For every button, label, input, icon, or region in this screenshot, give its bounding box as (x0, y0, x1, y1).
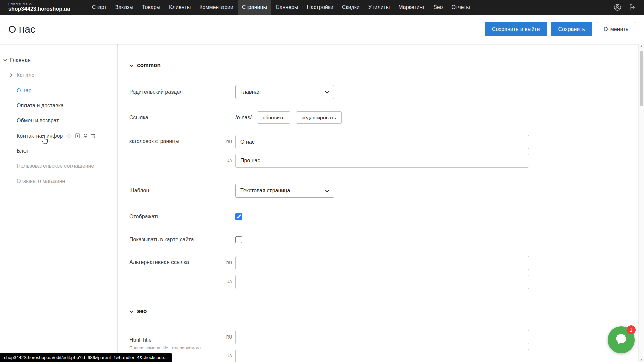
chevron-right-icon[interactable] (10, 73, 17, 77)
scrollbar-thumb[interactable] (640, 51, 643, 106)
html-title-ua-input[interactable] (235, 349, 529, 362)
save-exit-button[interactable]: Сохранить и выйти (485, 22, 547, 36)
chat-unread-badge: 1 (627, 325, 636, 334)
scroll-down-arrow-icon[interactable]: ▼ (640, 357, 643, 362)
sidebar-item-label: Обмен и возврат (17, 118, 59, 124)
page-title-ua-input[interactable] (235, 154, 529, 168)
status-url: shop34423.horoshop.ua/edit/edit.php?id=6… (0, 353, 172, 362)
sidebar-item-otzyvy[interactable]: Отзывы о магазине (0, 173, 117, 189)
menu-item-start[interactable]: Старт (88, 0, 111, 15)
menu-item-utilities[interactable]: Утилиты (364, 0, 394, 15)
chevron-down-icon[interactable] (3, 59, 10, 62)
sidebar-item-label: Контактная инфор (17, 133, 63, 139)
html-title-row: Html Title Полная замена title, генериру… (129, 330, 644, 362)
menu-item-discounts[interactable]: Скидки (338, 0, 364, 15)
sidebar-item-o-nas[interactable]: О нас (0, 83, 117, 98)
section-common[interactable]: common (129, 62, 644, 69)
alt-link-row: Альтернативная ссылка RU UA (129, 256, 644, 289)
page-title-inputs: RU UA (223, 135, 529, 168)
sidebar-item-label: Оплата и доставка (17, 103, 64, 109)
main-menu: Старт Заказы Товары Клиенты Комментарии … (88, 0, 475, 15)
page-title-label: заголовок страницы (129, 135, 223, 168)
header-actions: Сохранить и выйти Сохранить Отменить (485, 22, 636, 36)
chat-button[interactable]: 1 (608, 326, 635, 353)
sidebar-item-soglashenie[interactable]: Пользовательское соглашение (0, 158, 117, 173)
sitemap-label: Показывать в карте сайта (129, 237, 235, 243)
link-path: /o-nas/ (235, 115, 252, 121)
menu-item-reports[interactable]: Отчеты (447, 0, 475, 15)
menu-item-settings[interactable]: Настройки (302, 0, 337, 15)
sitemap-row: Показывать в карте сайта (129, 236, 644, 243)
link-edit-button[interactable]: редактировать (296, 111, 342, 124)
page-title: О нас (8, 23, 35, 35)
alt-link-inputs: RU UA (223, 256, 529, 289)
select-value: Главная (240, 89, 261, 95)
sidebar-item-glavnaya[interactable]: Главная (0, 53, 117, 68)
lang-tag-ua: UA (223, 158, 235, 163)
content-scrollbar[interactable]: ▲ ▼ (638, 44, 644, 362)
logout-icon[interactable] (629, 4, 636, 11)
sidebar-item-label: Отзывы о магазине (17, 178, 65, 184)
lang-tag-ru: RU (223, 335, 235, 340)
select-value: Текстовая страница (240, 188, 290, 194)
save-button[interactable]: Сохранить (551, 22, 592, 36)
sidebar-item-label: Пользовательское соглашение (17, 163, 94, 169)
cancel-button[interactable]: Отменить (596, 22, 636, 36)
html-title-hint: Полная замена title, генерируемого (129, 345, 223, 351)
sidebar-item-label: Каталог (17, 72, 36, 79)
settings-icon[interactable] (83, 133, 88, 138)
body: Главная Каталог О нас Оплата и доставка … (0, 44, 644, 362)
lang-tag-ru: RU (223, 140, 235, 144)
page-title-ru-input[interactable] (235, 135, 529, 149)
lang-tag-ru: RU (223, 261, 235, 265)
sitemap-checkbox[interactable] (235, 236, 242, 243)
parent-section-select[interactable]: Главная (235, 85, 334, 99)
sidebar-item-label: О нас (17, 88, 31, 94)
display-checkbox[interactable] (235, 213, 242, 220)
app: HOROSHOP V4 shop34423.horoshop.ua Старт … (0, 0, 644, 362)
chevron-down-icon (325, 188, 329, 194)
menu-item-pages[interactable]: Страницы (238, 0, 271, 15)
html-title-ru-input[interactable] (235, 330, 529, 344)
alt-link-label: Альтернативная ссылка (129, 256, 223, 289)
brand-domain: shop34423.horoshop.ua (8, 6, 70, 12)
sidebar-item-obmen[interactable]: Обмен и возврат (0, 113, 117, 128)
menu-item-orders[interactable]: Заказы (111, 0, 138, 15)
topbar: HOROSHOP V4 shop34423.horoshop.ua Старт … (0, 0, 644, 15)
section-title: common (137, 62, 161, 69)
pages-tree-sidebar: Главная Каталог О нас Оплата и доставка … (0, 44, 118, 362)
brand[interactable]: HOROSHOP V4 shop34423.horoshop.ua (8, 0, 70, 15)
parent-section-label: Родительский раздел (129, 89, 235, 95)
delete-icon[interactable] (91, 133, 96, 139)
link-refresh-button[interactable]: обновить (257, 111, 290, 124)
sidebar-item-oplata[interactable]: Оплата и доставка (0, 98, 117, 113)
section-seo[interactable]: seo (129, 308, 644, 315)
display-label: Отображать (129, 214, 235, 220)
template-row: Шаблон Текстовая страница (129, 184, 644, 198)
alt-link-ru-input[interactable] (235, 256, 529, 270)
menu-item-comments[interactable]: Комментарии (195, 0, 238, 15)
link-label: Ссылка (129, 115, 235, 121)
page-header: О нас Сохранить и выйти Сохранить Отмени… (0, 15, 644, 44)
alt-link-ua-input[interactable] (235, 275, 529, 289)
menu-item-banners[interactable]: Баннеры (271, 0, 302, 15)
brand-version: HOROSHOP V4 (8, 3, 70, 6)
template-label: Шаблон (129, 188, 235, 194)
scroll-up-arrow-icon[interactable]: ▲ (640, 44, 643, 48)
lang-tag-ua: UA (223, 354, 235, 358)
menu-item-marketing[interactable]: Маркетинг (394, 0, 429, 15)
sidebar-item-kontaktnaya[interactable]: Контактная инфор (0, 128, 117, 143)
account-icon[interactable] (614, 4, 621, 11)
sidebar-item-katalog[interactable]: Каталог (0, 68, 117, 83)
template-select[interactable]: Текстовая страница (235, 184, 334, 198)
menu-item-seo[interactable]: Seo (429, 0, 447, 15)
menu-item-products[interactable]: Товары (138, 0, 165, 15)
chevron-down-icon (325, 89, 329, 95)
drag-icon[interactable] (66, 133, 72, 139)
add-icon[interactable] (75, 133, 80, 138)
menu-item-clients[interactable]: Клиенты (165, 0, 195, 15)
page-edit-form: common Родительский раздел Главная Ссылк… (118, 44, 644, 362)
section-title: seo (137, 308, 147, 315)
chevron-down-icon (129, 308, 133, 315)
sidebar-item-blog[interactable]: Блог (0, 143, 117, 158)
